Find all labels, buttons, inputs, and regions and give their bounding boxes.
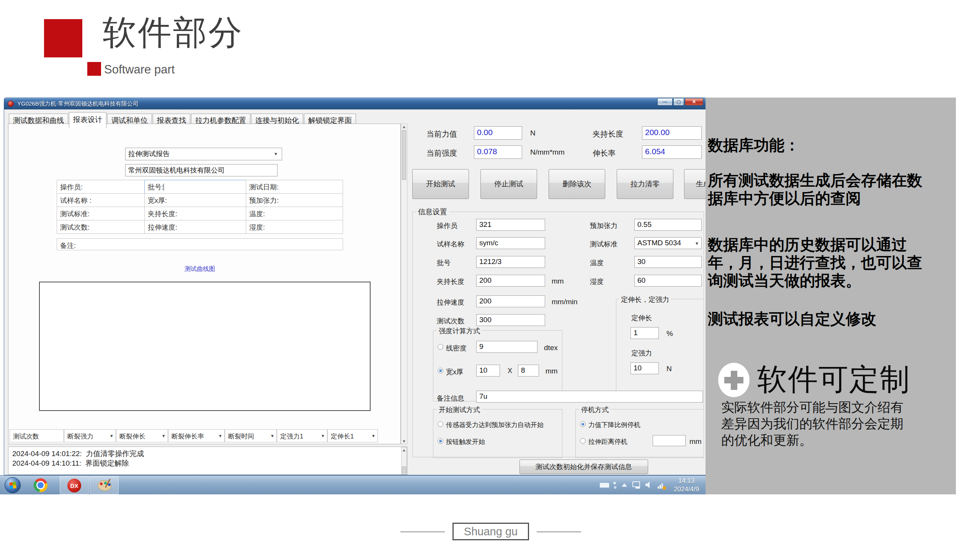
result-col-break-elong-label: 断裂伸长 <box>119 433 145 440</box>
company-name-input[interactable]: 常州双固顿达机电科技有限公司 <box>125 164 278 176</box>
taskbar: DX 14:13 2024/4/9 <box>0 475 706 494</box>
linear-density-radio[interactable] <box>438 344 443 350</box>
clock-date: 2024/4/9 <box>669 485 704 494</box>
keyboard-tray-icon[interactable] <box>599 483 609 488</box>
tray-square-icon[interactable] <box>614 486 616 489</box>
form-cell-temperature[interactable]: 温度: <box>246 207 343 220</box>
result-col-break-elong[interactable]: 断裂伸长▼ <box>116 429 168 442</box>
tab-report-design[interactable]: 报表设计 <box>69 112 106 128</box>
result-col-break-time[interactable]: 断裂时间▼ <box>225 429 277 442</box>
standard-value: ASTMD 5034 <box>637 239 681 247</box>
scrollbar-thumb[interactable] <box>402 130 406 180</box>
humidity-label: 湿度 <box>590 277 604 286</box>
operator-input[interactable]: 321 <box>476 219 545 231</box>
start-button-label: 按钮触发开始 <box>446 437 485 446</box>
fixed-elong-input[interactable]: 1 <box>630 327 659 339</box>
force-zero-button[interactable]: 拉力清零 <box>617 169 673 199</box>
form-cell-test-date[interactable]: 测试日期: <box>246 180 343 194</box>
slide-subtitle: Software part <box>104 63 175 77</box>
fixed-force-input[interactable]: 10 <box>630 362 659 374</box>
display-tray-icon-base <box>635 487 640 489</box>
temperature-input[interactable]: 30 <box>634 256 702 268</box>
form-cell-batch[interactable]: 批号: <box>144 180 246 194</box>
form-cell-test-count[interactable]: 测试次数: <box>57 220 145 234</box>
remark-info-input[interactable]: 7u <box>476 391 703 403</box>
maximize-button[interactable]: ▢ <box>673 98 684 106</box>
humidity-input[interactable]: 60 <box>634 275 702 287</box>
stop-distance-radio[interactable] <box>580 438 586 444</box>
network-bar-2 <box>660 485 661 489</box>
chrome-icon[interactable] <box>34 478 47 492</box>
report-type-dropdown[interactable]: 拉伸测试报告 ▼ <box>125 148 282 160</box>
result-col-break-force-label: 断裂强力 <box>67 433 93 440</box>
start-auto-radio[interactable] <box>438 421 443 427</box>
standard-label: 测试标准 <box>590 240 617 249</box>
tray-expand-icon[interactable] <box>622 483 627 487</box>
init-save-button[interactable]: 测试次数初始化并保存测试信息 <box>519 460 648 474</box>
pretension-label: 预加张力 <box>590 221 617 230</box>
chevron-down-icon: ▼ <box>695 241 699 246</box>
linear-density-input[interactable]: 9 <box>476 341 537 353</box>
result-col-break-elong-rate[interactable]: 断裂伸长率▼ <box>168 429 225 442</box>
display-tray-icon[interactable] <box>632 481 640 487</box>
standard-dropdown[interactable]: ASTMD 5034▼ <box>634 237 702 249</box>
test-count-input[interactable]: 300 <box>476 314 545 326</box>
sample-name-input[interactable]: sym/c <box>476 237 545 249</box>
start-button-radio[interactable] <box>438 438 443 444</box>
slide-canvas: 软件部分 Software part YG026B强力机-常州双固顿达机电科技有… <box>0 0 980 551</box>
stop-distance-input[interactable] <box>653 435 686 446</box>
width-input[interactable]: 10 <box>476 365 500 377</box>
volume-tray-icon[interactable] <box>645 481 652 488</box>
result-col-fixed-force-label: 定强力1 <box>280 433 303 440</box>
speed-input[interactable]: 200 <box>476 295 545 307</box>
scroll-up-icon[interactable]: ▲ <box>401 124 407 129</box>
stop-test-button[interactable]: 停止测试 <box>480 169 537 199</box>
title-red-square <box>44 19 82 57</box>
temperature-label: 温度 <box>590 258 604 267</box>
report-panel-scrollbar[interactable]: ▲ ▼ <box>401 124 407 444</box>
close-button[interactable]: ✕ <box>685 98 703 106</box>
result-col-fixed-elong[interactable]: 定伸长1▼ <box>327 429 378 442</box>
form-cell-speed[interactable]: 拉伸速度: <box>144 220 246 234</box>
form-cell-width-thick[interactable]: 宽x厚: <box>144 193 246 207</box>
fixed-elong-unit: % <box>666 329 673 338</box>
scroll-up-icon[interactable]: ▲ <box>402 447 407 453</box>
pretension-input[interactable]: 0.55 <box>634 219 702 231</box>
window-titlebar[interactable]: YG026B强力机-常州双固顿达机电科技有限公司 — ▢ ✕ <box>4 98 708 109</box>
log-scrollbar[interactable]: ▲ <box>401 447 407 474</box>
chevron-down-icon: ▼ <box>274 152 278 156</box>
form-cell-grip-length[interactable]: 夹持长度: <box>144 207 246 220</box>
current-force-unit: N <box>530 129 536 137</box>
form-cell-standard[interactable]: 测试标准: <box>57 207 145 220</box>
taskbar-item-dx[interactable]: DX <box>60 476 89 494</box>
batch-input[interactable]: 1212/3 <box>476 256 545 268</box>
form-cell-sample-name[interactable]: 试样名称 : <box>57 193 145 207</box>
taskbar-item-paint[interactable] <box>90 476 119 494</box>
width-thick-radio[interactable] <box>438 368 443 373</box>
taskbar-clock[interactable]: 14:13 2024/4/9 <box>669 477 704 494</box>
form-cell-humidity[interactable]: 湿度: <box>246 220 343 234</box>
form-cell-remark[interactable]: 备注: <box>57 238 343 250</box>
log-scrollbar-thumb[interactable] <box>402 466 406 473</box>
curve-chart-link[interactable]: 测试曲线图 <box>57 265 343 273</box>
result-col-fixed-force[interactable]: 定强力1▼ <box>277 429 327 442</box>
stop-drop-radio[interactable] <box>580 421 586 427</box>
linear-density-unit: dtex <box>544 344 558 352</box>
db-para-history: 数据库中的历史数据可以通过年，月，日进行查找，也可以查询测试当天做的报表。 <box>708 236 931 290</box>
grip-length-input[interactable]: 200 <box>476 275 545 287</box>
start-test-button[interactable]: 开始测试 <box>412 169 469 199</box>
result-col-break-force[interactable]: 断裂强力▼ <box>64 429 116 442</box>
scroll-down-icon[interactable]: ▼ <box>401 439 407 444</box>
stop-distance-unit: mm <box>689 437 702 446</box>
tray-dot-icon[interactable] <box>613 482 616 484</box>
width-thick-unit: mm <box>546 367 558 375</box>
form-cell-pretension[interactable]: 预加张力: <box>246 193 343 207</box>
form-cell-operator[interactable]: 操作员: <box>57 180 145 194</box>
fixed-elong-label: 定伸长 <box>631 313 652 323</box>
log-line-1: 2024-04-09 14:01:22: 力值清零操作完成 <box>12 449 144 458</box>
thickness-input[interactable]: 8 <box>518 365 539 377</box>
start-button[interactable] <box>5 477 21 493</box>
company-name-value: 常州双固顿达机电科技有限公司 <box>128 166 225 174</box>
delete-test-button[interactable]: 删除该次 <box>549 169 605 199</box>
minimize-button[interactable]: — <box>657 98 673 106</box>
